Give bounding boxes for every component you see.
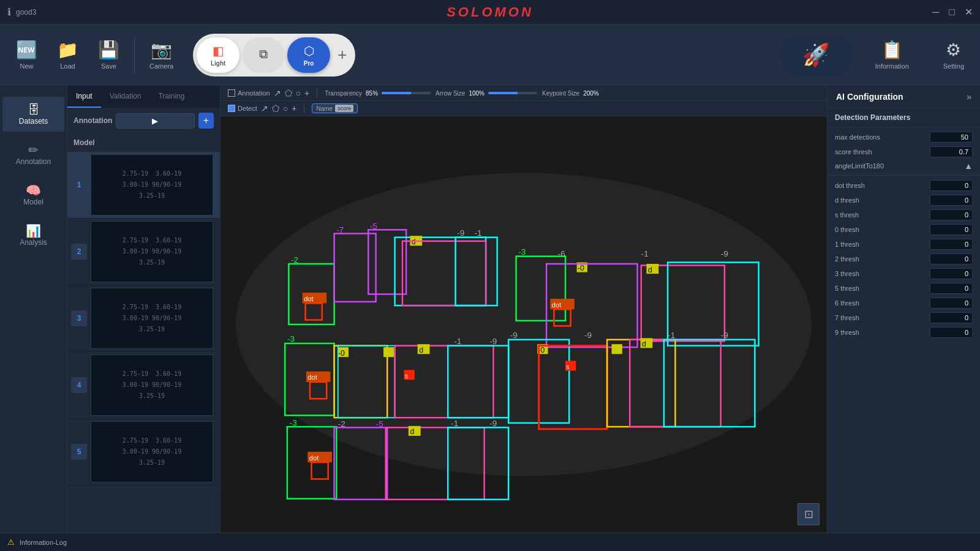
2-thresh-input[interactable]: [930, 253, 973, 264]
titlebar-left: ℹ good3: [7, 6, 36, 18]
mode-tabs: ◧ Light ⧉ ⬡ Pro +: [193, 34, 355, 77]
tab-add-button[interactable]: +: [333, 45, 352, 64]
image-item-2[interactable]: 2 2.75-19 3.60-193.00-19 90/90-193.25-19: [67, 219, 220, 285]
sidebar-datasets-label: Datasets: [7, 117, 59, 126]
information-button[interactable]: 📋 Information: [865, 35, 919, 75]
dot-thresh-label: dot thresh: [835, 182, 865, 189]
svg-text:-9: -9: [457, 228, 464, 238]
plus-icon[interactable]: +: [304, 88, 309, 98]
param-2-thresh: 2 thresh: [827, 252, 980, 266]
svg-text:-1: -1: [475, 228, 482, 238]
minimize-button[interactable]: ─: [932, 6, 939, 18]
annotation-label: Annotation: [74, 116, 112, 125]
image-item-4[interactable]: 4 2.75-19 3.60-193.00-19 90/90-193.25-19: [67, 352, 220, 419]
1-thresh-input[interactable]: [930, 239, 973, 250]
svg-text:-0: -0: [338, 349, 345, 358]
gear-icon: ⚙: [946, 40, 961, 60]
detect-checkbox[interactable]: [228, 105, 235, 112]
keypoint-val: 200%: [583, 90, 599, 97]
setting-button[interactable]: ⚙ Setting: [933, 35, 974, 75]
arrow-size-val: 100%: [469, 90, 484, 97]
new-button[interactable]: 🆕 New: [6, 35, 47, 75]
tab-validation[interactable]: Validation: [101, 86, 150, 108]
param-7-thresh: 7 thresh: [827, 310, 980, 325]
param-score-thresh: score thresh: [827, 144, 980, 159]
svg-text:-2: -2: [291, 255, 298, 264]
transparency-slider[interactable]: [382, 92, 431, 94]
load-button[interactable]: 📁 Load: [47, 35, 88, 75]
arrow-icon: ↗: [274, 88, 281, 98]
sidebar-item-model[interactable]: 🧠 Model: [2, 177, 64, 212]
maximize-button[interactable]: □: [949, 6, 955, 18]
image-item-3[interactable]: 3 2.75-19 3.60-193.00-19 90/90-193.25-19: [67, 285, 220, 352]
name-label: Name: [316, 105, 333, 112]
svg-text:-7: -7: [336, 225, 344, 234]
close-button[interactable]: ✕: [965, 6, 973, 18]
tab-training[interactable]: Training: [150, 86, 194, 108]
tab-pro[interactable]: ⬡ Pro: [287, 37, 330, 73]
svg-text:-9: -9: [489, 337, 497, 346]
dataset-tabs: Input Validation Training: [67, 86, 220, 108]
7-thresh-input[interactable]: [930, 312, 973, 323]
detect-checkbox-label: Detect: [228, 105, 257, 112]
s-thresh-input[interactable]: [930, 209, 973, 220]
keypoint-group: Keypoint Size 200%: [542, 90, 599, 97]
image-item-1[interactable]: 1 2.75-19 3.60-193.00-19 90/90-193.25-19: [67, 152, 220, 219]
transparency-val: 85%: [366, 90, 378, 97]
param-0-thresh: 0 thresh: [827, 222, 980, 237]
sidebar-item-analysis[interactable]: 📊 Analysis: [2, 217, 64, 253]
score-thresh-input[interactable]: [930, 146, 973, 157]
crop-icon: ⧉: [259, 47, 268, 61]
tab-crop[interactable]: ⧉: [242, 37, 285, 73]
play-button[interactable]: ▶: [116, 113, 194, 129]
6-thresh-input[interactable]: [930, 298, 973, 309]
collapse-button[interactable]: »: [967, 92, 971, 102]
window-controls[interactable]: ─ □ ✕: [932, 6, 973, 18]
image-item-5[interactable]: 5 2.75-19 3.60-193.00-19 90/90-193.25-19: [67, 419, 220, 485]
sidebar-item-datasets[interactable]: 🗄 Datasets: [2, 97, 64, 132]
save-button[interactable]: 💾 Save: [88, 35, 129, 75]
tab-light[interactable]: ◧ Light: [197, 37, 239, 73]
dataset-panel: Input Validation Training Annotation ▶ +…: [67, 86, 221, 551]
pro-icon: ⬡: [304, 43, 314, 58]
add-annotation-button[interactable]: +: [198, 113, 214, 129]
launch-button[interactable]: 🚀: [780, 34, 853, 77]
tab-input[interactable]: Input: [67, 86, 101, 108]
svg-text:dot: dot: [309, 454, 319, 462]
9-thresh-input[interactable]: [930, 327, 973, 338]
bottom-bar: ⚠ Information-Log: [0, 533, 980, 551]
canvas-toolbar-2: Detect ↗ ⬠ ○ + Name score: [221, 101, 827, 116]
1-thresh-label: 1 thresh: [835, 241, 859, 248]
svg-text:-6: -6: [558, 249, 565, 258]
arrow-size-group: Arrow Size 100%: [435, 90, 537, 97]
svg-text:-1: -1: [454, 337, 461, 346]
detect-plus-icon[interactable]: +: [292, 103, 296, 113]
max-detections-input[interactable]: [930, 132, 973, 143]
camera-button[interactable]: 📷 Camera: [140, 35, 183, 75]
0-thresh-input[interactable]: [930, 224, 973, 235]
svg-text:d: d: [648, 266, 652, 274]
canvas-main[interactable]: -2 -7 -5 d -1 -9: [221, 116, 827, 533]
sidebar-item-annotation[interactable]: ✏ Annotation: [2, 137, 64, 172]
polygon-icon: ⬠: [285, 88, 292, 98]
d-thresh-input[interactable]: [930, 195, 973, 206]
5-thresh-input[interactable]: [930, 283, 973, 294]
param-1-thresh: 1 thresh: [827, 237, 980, 252]
angle-limit-collapse[interactable]: ▲: [964, 161, 973, 171]
annotation-checkbox[interactable]: [228, 89, 235, 97]
image-thumb-1: 2.75-19 3.60-193.00-19 90/90-193.25-19: [91, 154, 213, 216]
main-area: 🗄 Datasets ✏ Annotation 🧠 Model 📊 Analys…: [0, 86, 980, 551]
dot-thresh-input[interactable]: [930, 180, 973, 191]
d-thresh-label: d thresh: [835, 197, 859, 204]
3-thresh-input[interactable]: [930, 268, 973, 279]
svg-rect-41: [383, 347, 394, 357]
image-list: 1 2.75-19 3.60-193.00-19 90/90-193.25-19…: [67, 152, 220, 551]
score-badge: score: [335, 105, 353, 112]
param-6-thresh: 6 thresh: [827, 296, 980, 310]
setting-label: Setting: [943, 62, 964, 70]
arrow-size-slider[interactable]: [488, 92, 537, 94]
param-5-thresh: 5 thresh: [827, 281, 980, 296]
params-divider: [827, 127, 980, 127]
minimap-button[interactable]: ⊡: [797, 503, 820, 525]
canvas-toolbar: Annotation ↗ ⬠ ○ + Transparency 85% Arro…: [221, 86, 827, 101]
